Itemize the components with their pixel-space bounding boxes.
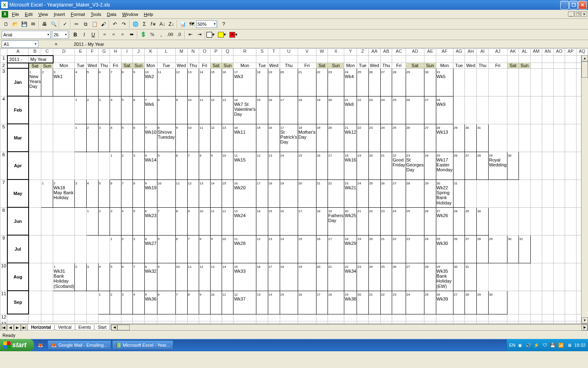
- app-icon[interactable]: X: [2, 11, 8, 18]
- day-cell[interactable]: 11: [222, 291, 233, 314]
- day-cell[interactable]: 10: [222, 152, 233, 180]
- empty-cell[interactable]: [519, 207, 531, 235]
- day-cell[interactable]: 21: [328, 263, 344, 291]
- day-cell[interactable]: 4: [110, 124, 121, 152]
- row-header[interactable]: 7: [0, 180, 7, 207]
- email-icon[interactable]: ✉: [29, 20, 38, 29]
- day-cell[interactable]: 24: [392, 207, 406, 235]
- empty-cell[interactable]: [507, 180, 518, 207]
- empty-cell[interactable]: [519, 96, 531, 124]
- day-cell[interactable]: 29: [488, 235, 507, 263]
- day-cell[interactable]: 22: [368, 207, 380, 235]
- day-cell[interactable]: 23Wk21: [344, 180, 357, 207]
- empty-cell[interactable]: [488, 96, 507, 124]
- underline-button[interactable]: U: [89, 30, 98, 39]
- day-cell[interactable]: 29: [406, 68, 424, 96]
- day-cell[interactable]: 25: [380, 263, 392, 291]
- empty-cell[interactable]: [53, 235, 75, 263]
- month-label[interactable]: Feb: [7, 96, 29, 124]
- map-icon[interactable]: 🗺: [187, 20, 196, 29]
- dow-header[interactable]: Mon: [436, 63, 453, 69]
- empty-cell[interactable]: [477, 96, 489, 124]
- day-cell[interactable]: 20: [298, 180, 316, 207]
- day-cell[interactable]: 18: [298, 96, 316, 124]
- day-cell[interactable]: 3: [132, 235, 144, 263]
- month-label[interactable]: Jul: [7, 235, 29, 263]
- day-cell[interactable]: 9: [199, 291, 211, 314]
- dow-header[interactable]: Sun: [328, 63, 344, 69]
- day-cell[interactable]: 6: [132, 96, 144, 124]
- day-cell[interactable]: 16: [316, 235, 328, 263]
- day-cell[interactable]: 19: [268, 68, 280, 96]
- empty-cell[interactable]: [488, 263, 507, 291]
- day-cell[interactable]: 5: [98, 180, 110, 207]
- dow-header[interactable]: Mon: [144, 63, 157, 69]
- day-cell[interactable]: 20: [368, 235, 380, 263]
- dow-header[interactable]: Sat: [29, 63, 41, 69]
- increase-indent-button[interactable]: ⇥: [195, 30, 204, 39]
- column-header[interactable]: H: [110, 49, 121, 56]
- dow-header[interactable]: Sun: [132, 63, 144, 69]
- day-cell[interactable]: 12: [256, 235, 268, 263]
- day-cell[interactable]: 9: [210, 235, 222, 263]
- day-cell[interactable]: 9Wk19: [144, 180, 157, 207]
- empty-cell[interactable]: [86, 152, 98, 180]
- day-cell[interactable]: 25: [368, 180, 380, 207]
- day-cell[interactable]: 22: [328, 180, 344, 207]
- day-cell[interactable]: 2: [121, 152, 132, 180]
- empty-cell[interactable]: [565, 152, 576, 180]
- day-cell[interactable]: 17: [328, 152, 344, 180]
- format-painter-icon[interactable]: 🖌: [99, 20, 108, 29]
- hscroll-thumb[interactable]: [117, 325, 130, 330]
- day-cell[interactable]: 17: [280, 96, 298, 124]
- day-cell[interactable]: 7: [187, 235, 199, 263]
- vertical-scrollbar[interactable]: ▲ ▼: [581, 55, 588, 323]
- horizontal-scrollbar[interactable]: ◀ ▶: [111, 324, 588, 331]
- row-header[interactable]: 8: [0, 207, 7, 235]
- day-cell[interactable]: 6: [110, 180, 121, 207]
- day-cell[interactable]: 7Wk10: [144, 124, 157, 152]
- row-header[interactable]: 9: [0, 235, 7, 263]
- day-cell[interactable]: 14: [210, 180, 222, 207]
- day-cell[interactable]: 3Wk1: [53, 68, 75, 96]
- day-cell[interactable]: 28: [477, 235, 489, 263]
- save-icon[interactable]: 💾: [20, 20, 29, 29]
- empty-cell[interactable]: [29, 235, 41, 263]
- day-cell[interactable]: 13: [187, 68, 199, 96]
- empty-cell[interactable]: [29, 180, 41, 207]
- dow-header[interactable]: Wed: [465, 63, 477, 69]
- scroll-left-button[interactable]: ◀: [111, 325, 117, 330]
- day-cell[interactable]: 16: [256, 263, 268, 291]
- day-cell[interactable]: 6: [175, 152, 187, 180]
- day-cell[interactable]: 24: [406, 291, 424, 314]
- column-header[interactable]: B: [29, 49, 41, 56]
- day-cell[interactable]: 30: [507, 152, 518, 180]
- empty-cell[interactable]: [519, 180, 531, 207]
- day-cell[interactable]: 26: [380, 180, 392, 207]
- empty-cell[interactable]: [29, 263, 41, 291]
- day-cell[interactable]: 17Wk3: [233, 68, 256, 96]
- day-cell[interactable]: 12: [187, 180, 199, 207]
- empty-cell[interactable]: [453, 68, 465, 96]
- row-header[interactable]: 11: [0, 291, 7, 314]
- decrease-indent-button[interactable]: ⇤: [186, 30, 195, 39]
- day-cell[interactable]: 17: [268, 263, 280, 291]
- day-cell[interactable]: 28Wk13: [436, 124, 453, 152]
- day-cell[interactable]: 28: [406, 180, 424, 207]
- day-cell[interactable]: 12: [210, 96, 222, 124]
- empty-cell[interactable]: [41, 152, 53, 180]
- day-cell[interactable]: 18: [256, 68, 268, 96]
- day-cell[interactable]: 27Wk26: [436, 207, 453, 235]
- day-cell[interactable]: 29Wk35 Bank Holiday (EW): [436, 263, 453, 291]
- day-cell[interactable]: 28: [477, 152, 489, 180]
- day-cell[interactable]: 6Wk23: [144, 207, 157, 235]
- column-header[interactable]: AQ: [576, 49, 588, 56]
- clock[interactable]: 19:32: [574, 343, 586, 348]
- doc-restore-button[interactable]: ❐: [575, 11, 581, 17]
- empty-cell[interactable]: [542, 207, 553, 235]
- day-cell[interactable]: 2: [75, 263, 86, 291]
- column-header[interactable]: M: [175, 49, 187, 56]
- empty-cell[interactable]: [41, 235, 53, 263]
- day-cell[interactable]: 19Wk38: [344, 291, 357, 314]
- day-cell[interactable]: 8: [121, 68, 132, 96]
